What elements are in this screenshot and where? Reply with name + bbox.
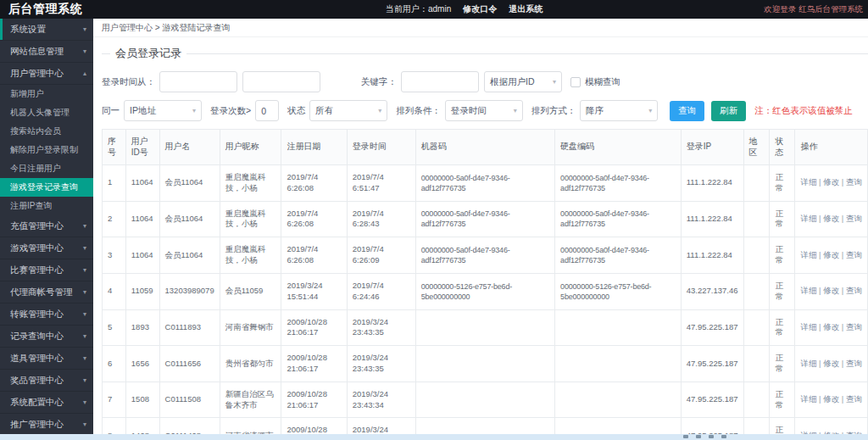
status-select[interactable]: 所有 ▾ — [309, 100, 387, 121]
cell-login_ip: 43.227.137.46 — [681, 273, 743, 309]
action-modify-link[interactable]: 修改 — [823, 286, 839, 295]
sidebar-item-prize-center[interactable]: 奖品管理中心▾ — [0, 370, 93, 392]
title-line-left — [102, 53, 110, 54]
query-button[interactable]: 查询 — [670, 101, 704, 121]
records-panel: 会员登录记录 登录时间从： 关键字： 根据用户ID ▾ 模糊查询 同一 — [93, 37, 868, 440]
sidebar-item-match-center[interactable]: 比赛管理中心▾ — [0, 259, 93, 281]
action-modify-link[interactable]: 修改 — [823, 394, 839, 404]
sidebar-item-transfer-center[interactable]: 转账管理中心▾ — [0, 304, 93, 326]
sidebar-item-promotion-center[interactable]: 推广管理中心▾ — [0, 414, 93, 436]
column-header-disk_code: 硬盘编码 — [555, 130, 682, 165]
same-type-select[interactable]: IP地址 ▾ — [124, 100, 202, 121]
chevron-down-icon: ▾ — [378, 107, 381, 114]
chevron-down-icon: ▾ — [83, 398, 86, 406]
cell-reg_date: 2019/7/4 6:26:08 — [281, 237, 347, 274]
action-modify-link[interactable]: 修改 — [823, 322, 839, 331]
cell-actions: 详细 | 修改 | 查询 — [795, 309, 868, 346]
table-row: 71508C0111508新疆自治区乌鲁木齐市2009/10/28 21:06:… — [103, 382, 868, 418]
chevron-down-icon: ▾ — [83, 25, 86, 33]
sidebar-item-robot-avatar[interactable]: 机器人头像管理 — [0, 103, 93, 122]
action-detail-link[interactable]: 详细 — [800, 394, 816, 404]
cell-nickname: 河南省舞钢市 — [220, 309, 281, 346]
keyword-type-select[interactable]: 根据用户ID ▾ — [484, 71, 562, 92]
sidebar-item-today-registered[interactable]: 今日注册用户 — [0, 159, 93, 178]
action-query-link[interactable]: 查询 — [846, 322, 862, 331]
cell-user_id: 1656 — [125, 346, 159, 382]
cell-machine_code: 00000000-5a0f-d4e7-9346-adf12f776735 — [415, 237, 554, 274]
action-modify-link[interactable]: 修改 — [823, 214, 839, 223]
cell-idx: 7 — [103, 382, 126, 418]
chevron-down-icon: ▾ — [83, 222, 86, 230]
chevron-down-icon: ▾ — [83, 47, 86, 55]
sort-order-value: 降序 — [586, 105, 604, 117]
sidebar-item-user-center[interactable]: 用户管理中心▴ — [0, 63, 93, 85]
action-detail-link[interactable]: 详细 — [800, 322, 816, 331]
cell-disk_code — [555, 309, 682, 346]
sidebar-item-label: 游戏登录记录查询 — [10, 181, 78, 193]
sidebar-item-agent-accounts[interactable]: 代理商帐号管理▾ — [0, 281, 93, 304]
sidebar-item-system-config-center[interactable]: 系统配置中心▾ — [0, 392, 93, 414]
action-query-link[interactable]: 查询 — [846, 286, 862, 295]
logout-link[interactable]: 退出系统 — [509, 3, 542, 15]
sidebar-item-game-login-records[interactable]: 游戏登录记录查询 — [0, 178, 93, 197]
cell-reg_date: 2019/7/4 6:26:08 — [281, 201, 347, 237]
action-modify-link[interactable]: 修改 — [823, 250, 839, 259]
login-time-to-input[interactable] — [242, 71, 320, 92]
sidebar-item-search-members[interactable]: 搜索站内会员 — [0, 122, 93, 141]
cell-nickname: 重启魔嵐科技，小杨 — [220, 201, 281, 237]
login-count-input[interactable] — [255, 100, 279, 121]
change-password-link[interactable]: 修改口令 — [463, 3, 497, 15]
sidebar-item-record-query-center[interactable]: 记录查询中心▾ — [0, 326, 93, 348]
panel-title: 会员登录记录 — [110, 46, 186, 61]
cell-user_id: 11064 — [125, 237, 159, 274]
cell-login_time: 2019/7/4 6:28:43 — [347, 201, 415, 237]
chevron-down-icon: ▾ — [514, 107, 517, 114]
cell-machine_code — [415, 309, 554, 346]
action-query-link[interactable]: 查询 — [846, 177, 862, 187]
cell-nickname: 重启魔嵐科技，小杨 — [220, 237, 281, 274]
action-query-link[interactable]: 查询 — [846, 359, 862, 368]
sidebar-item-recharge-center[interactable]: 充值管理中心▾ — [0, 215, 93, 237]
action-detail-link[interactable]: 详细 — [800, 177, 816, 187]
cell-disk_code: 00000000-5a0f-d4e7-9346-adf12f776735 — [555, 237, 682, 274]
cell-login_ip: 111.1.222.84 — [681, 165, 743, 202]
sidebar-item-site-info[interactable]: 网站信息管理▾ — [0, 41, 93, 63]
cell-idx: 6 — [103, 346, 126, 382]
action-query-link[interactable]: 查询 — [846, 214, 862, 223]
login-time-from-input[interactable] — [159, 71, 237, 92]
sort-order-select[interactable]: 降序 ▾ — [580, 100, 658, 121]
action-detail-link[interactable]: 详细 — [800, 250, 816, 259]
column-header-login_time: 登录时间 — [347, 130, 415, 165]
action-modify-link[interactable]: 修改 — [823, 359, 839, 368]
sidebar-item-register-ip[interactable]: 注册IP查询 — [0, 197, 93, 215]
action-query-link[interactable]: 查询 — [846, 250, 862, 259]
keyword-label: 关键字： — [361, 76, 397, 88]
action-detail-link[interactable]: 详细 — [800, 359, 816, 368]
fuzzy-search-label: 模糊查询 — [585, 76, 620, 88]
chevron-down-icon: ▾ — [83, 310, 86, 318]
cell-user_id: 1508 — [125, 382, 159, 418]
sidebar-item-label: 今日注册用户 — [10, 163, 61, 175]
cell-region — [743, 201, 770, 237]
sidebar-item-label: 搜索站内会员 — [10, 125, 61, 137]
keyword-input[interactable] — [401, 71, 479, 92]
topbar-user-group: 当前用户：admin 修改口令 退出系统 — [386, 0, 542, 19]
filter-row-2: 同一 IP地址 ▾ 登录次数> 状态 所有 ▾ 排列条件： 登录时间 ▾ 排列方… — [102, 100, 868, 121]
sidebar-item-label: 道具管理中心 — [10, 353, 64, 365]
sidebar-item-game-center[interactable]: 游戏管理中心▾ — [0, 237, 93, 259]
action-modify-link[interactable]: 修改 — [823, 177, 839, 187]
sidebar-item-item-center[interactable]: 道具管理中心▾ — [0, 348, 93, 370]
sidebar-item-add-user[interactable]: 新增用户 — [0, 85, 93, 103]
action-detail-link[interactable]: 详细 — [800, 214, 816, 223]
cell-username: 13203989079 — [159, 273, 220, 309]
sidebar-item-unlock-login[interactable]: 解除用户登录限制 — [0, 141, 93, 159]
fuzzy-search-checkbox[interactable] — [570, 77, 581, 87]
action-query-link[interactable]: 查询 — [846, 394, 862, 404]
chevron-down-icon: ▾ — [83, 376, 86, 384]
sort-field-select[interactable]: 登录时间 ▾ — [445, 100, 523, 121]
action-detail-link[interactable]: 详细 — [800, 286, 816, 295]
sidebar-item-system-settings[interactable]: 系统设置▾ — [0, 19, 93, 41]
title-line-right — [186, 53, 868, 54]
refresh-button[interactable]: 刷新 — [711, 101, 746, 121]
records-table: 序号用户ID号用户名用户昵称注册日期登录时间机器码硬盘编码登录IP地区状态操作 … — [102, 129, 868, 440]
